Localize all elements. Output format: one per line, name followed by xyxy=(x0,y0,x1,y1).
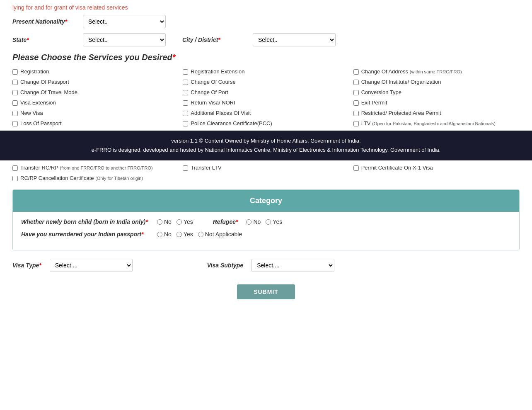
checkbox-change-institute-input[interactable] xyxy=(353,80,359,85)
checkbox-change-course-input[interactable] xyxy=(183,80,188,85)
checkbox-conversion-type: Conversion Type xyxy=(353,89,520,95)
newly-born-radio-group: No Yes xyxy=(157,218,193,225)
newly-born-no-label[interactable]: No xyxy=(157,218,172,225)
visa-type-select[interactable]: Select.... xyxy=(50,259,133,272)
submit-button[interactable]: SUBMIT xyxy=(237,284,295,299)
visa-type-label: Visa Type* xyxy=(12,262,41,269)
state-label: State* xyxy=(12,36,79,43)
surrendered-label: Have you surrendered your Indian passpor… xyxy=(21,231,154,238)
checkbox-transfer-ltv-input[interactable] xyxy=(183,165,188,171)
checkbox-return-visa: Return Visa/ NORI xyxy=(183,99,349,106)
newly-born-label: Whether newly born child (born in India … xyxy=(21,218,154,225)
refugee-section: Refugee* No Yes xyxy=(213,218,282,225)
checkbox-loss-passport-input[interactable] xyxy=(12,121,18,126)
checkbox-restricted-area-input[interactable] xyxy=(353,111,359,116)
checkbox-return-visa-input[interactable] xyxy=(183,100,188,106)
checkbox-rc-rp-cancel: RC/RP Cancellation Certificate (Only for… xyxy=(12,175,179,181)
checkbox-additional-places: Additional Places Of Visit xyxy=(183,110,349,116)
visa-subtype-select[interactable]: Select.... xyxy=(251,259,334,272)
state-group: State* Select.. xyxy=(12,33,166,46)
surrendered-no-label[interactable]: No xyxy=(157,231,172,238)
checkbox-transfer-ltv: Transfer LTV xyxy=(183,165,349,171)
checkbox-ltv-input[interactable] xyxy=(353,121,359,126)
newly-born-yes-label[interactable]: Yes xyxy=(177,218,193,225)
checkbox-registration-extension-input[interactable] xyxy=(183,69,188,75)
checkbox-permit-cert-input[interactable] xyxy=(353,165,359,171)
checkbox-registration-extension: Registration Extension xyxy=(183,68,349,75)
checkbox-ltv: LTV (Open for Pakistani, Bangladeshi and… xyxy=(353,120,520,126)
services-grid-2: Transfer RC/RP (from one FRRO/FRO to ano… xyxy=(0,165,532,181)
checkbox-registration-input[interactable] xyxy=(12,69,18,75)
checkbox-change-course: Change Of Course xyxy=(183,79,349,85)
category-header: Category xyxy=(13,190,519,212)
surrendered-radio-group: No Yes Not Applicable xyxy=(157,231,242,238)
checkbox-additional-places-input[interactable] xyxy=(183,111,188,116)
refugee-yes-radio[interactable] xyxy=(266,219,271,225)
top-text: lying for and for grant of visa related … xyxy=(0,0,532,15)
services-grid: Registration Registration Extension Chan… xyxy=(0,68,532,126)
checkbox-exit-permit-input[interactable] xyxy=(353,100,359,106)
checkbox-restricted-area: Restricted/ Protected Area Permit xyxy=(353,110,520,116)
refugee-yes-label[interactable]: Yes xyxy=(266,218,282,225)
category-section: Category Whether newly born child (born … xyxy=(12,189,520,250)
checkbox-change-institute: Change Of Institute/ Organization xyxy=(353,79,520,85)
refugee-radio-group: No Yes xyxy=(246,218,282,225)
checkbox-change-travel: Change Of Travel Mode xyxy=(12,89,179,95)
surrendered-na-label[interactable]: Not Applicable xyxy=(198,231,242,238)
category-body: Whether newly born child (born in India … xyxy=(13,212,519,250)
checkbox-transfer-rcrc-input[interactable] xyxy=(12,165,18,171)
state-select[interactable]: Select.. xyxy=(83,33,166,46)
surrendered-yes-radio[interactable] xyxy=(177,232,182,237)
city-select[interactable]: Select.. xyxy=(253,33,336,46)
checkbox-exit-permit: Exit Permit xyxy=(353,99,520,106)
checkbox-change-passport-input[interactable] xyxy=(12,80,18,85)
checkbox-police-clearance: Police Clearance Certificate(PCC) xyxy=(183,120,349,126)
checkbox-new-visa: New Visa xyxy=(12,110,179,116)
checkbox-registration: Registration xyxy=(12,68,179,75)
services-heading: Please Choose the Services you Desired* xyxy=(0,53,532,62)
footer-line2: e-FRRO is designed, developed and hosted… xyxy=(8,146,524,155)
refugee-no-radio[interactable] xyxy=(246,219,251,225)
submit-row: SUBMIT xyxy=(0,280,532,308)
state-city-row: State* Select.. City / District* Select.… xyxy=(0,33,532,46)
footer-line1: version 1.1 © Content Owned by Ministry … xyxy=(8,136,524,146)
surrendered-row: Have you surrendered your Indian passpor… xyxy=(21,231,511,238)
newly-born-row: Whether newly born child (born in India … xyxy=(21,218,511,225)
nationality-row: Present Nationality* Select.. xyxy=(0,15,532,28)
surrendered-yes-label[interactable]: Yes xyxy=(177,231,193,238)
nationality-select[interactable]: Select.. xyxy=(83,15,166,28)
checkbox-change-port: Change Of Port xyxy=(183,89,349,95)
visa-row: Visa Type* Select.... Visa Subtype Selec… xyxy=(0,255,532,276)
checkbox-conversion-type-input[interactable] xyxy=(353,90,359,95)
checkbox-change-address-input[interactable] xyxy=(353,69,359,75)
checkbox-visa-extension: Visa Extension xyxy=(12,99,179,106)
checkbox-transfer-rcrc: Transfer RC/RP (from one FRRO/FRO to ano… xyxy=(12,165,179,171)
checkbox-change-passport: Change Of Passport xyxy=(12,79,179,85)
checkbox-police-clearance-input[interactable] xyxy=(183,121,188,126)
nationality-label: Present Nationality* xyxy=(12,18,79,25)
checkbox-change-travel-input[interactable] xyxy=(12,90,18,95)
footer-bar: version 1.1 © Content Owned by Ministry … xyxy=(0,131,532,160)
refugee-no-label[interactable]: No xyxy=(246,218,261,225)
checkbox-permit-cert: Permit Certificate On X-1 Visa xyxy=(353,165,520,171)
checkbox-visa-extension-input[interactable] xyxy=(12,100,18,106)
city-group: City / District* Select.. xyxy=(182,33,336,46)
newly-born-no-radio[interactable] xyxy=(157,219,162,225)
checkbox-rc-rp-cancel-input[interactable] xyxy=(12,176,18,181)
visa-subtype-label: Visa Subtype xyxy=(207,262,243,269)
surrendered-na-radio[interactable] xyxy=(198,232,203,237)
checkbox-change-port-input[interactable] xyxy=(183,90,188,95)
newly-born-yes-radio[interactable] xyxy=(177,219,182,225)
surrendered-no-radio[interactable] xyxy=(157,232,162,237)
checkbox-change-address: Change Of Address (within same FRRO/FRO) xyxy=(353,68,520,75)
city-label: City / District* xyxy=(182,36,249,43)
checkbox-new-visa-input[interactable] xyxy=(12,111,18,116)
checkbox-loss-passport: Loss Of Passport xyxy=(12,120,179,126)
refugee-label: Refugee* xyxy=(213,218,238,225)
